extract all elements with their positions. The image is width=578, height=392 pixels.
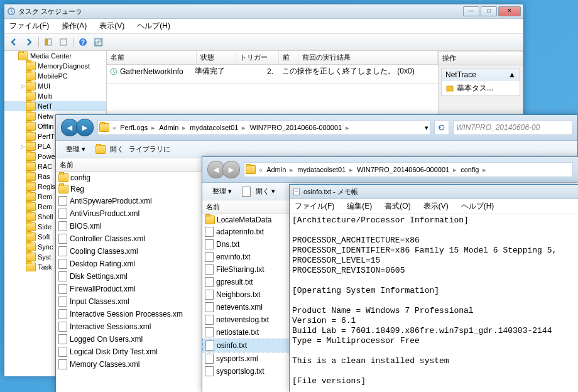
forward-button[interactable]	[22, 35, 36, 49]
menu-file[interactable]: ファイル(F)	[292, 200, 337, 212]
titlebar[interactable]: osinfo.txt - メモ帳	[290, 185, 578, 199]
tree-label: Rem	[38, 193, 52, 200]
refresh-button[interactable]: 🔃	[91, 35, 105, 49]
menu-help[interactable]: ヘルプ(H)	[134, 20, 173, 32]
file-name: adapterinfo.txt	[216, 227, 264, 236]
tree-item[interactable]: ▷MUI	[4, 81, 106, 91]
clock-icon	[109, 67, 118, 76]
window-title: osinfo.txt - メモ帳	[303, 187, 576, 197]
tree-label: Sync	[38, 243, 53, 251]
file-icon	[205, 327, 214, 337]
col-state[interactable]: 状態	[197, 51, 236, 64]
tree-item[interactable]: Media Center	[4, 51, 106, 61]
folder-icon	[26, 142, 36, 151]
crumb[interactable]: Admin	[156, 124, 181, 131]
file-name: AntiVirusProduct.xml	[70, 209, 139, 218]
tree-label: Shell	[38, 213, 53, 220]
menu-edit[interactable]: 編集(E)	[344, 200, 374, 212]
library-button[interactable]: ライブラリに	[129, 144, 170, 154]
task-list[interactable]: 名前 状態 トリガー 前 前回の実行結果 GatherNetworkInfo 準…	[107, 51, 438, 84]
folder-icon	[26, 62, 36, 70]
tree-label: Netw	[38, 112, 53, 120]
task-row[interactable]: GatherNetworkInfo 準備完了 2. この操作を正しく終了しました…	[107, 65, 438, 78]
menu-file[interactable]: ファイル(F)	[7, 20, 52, 32]
task-name: GatherNetworkInfo	[120, 67, 183, 76]
crumb[interactable]: WIN7PRO_20140606-000001	[247, 124, 344, 131]
close-button[interactable]: ✕	[498, 6, 521, 16]
folder-icon	[26, 242, 36, 251]
task-result: この操作を正しく終了しました。 (0x0)	[282, 66, 435, 77]
file-name: netevents.xml	[216, 303, 263, 312]
file-icon	[205, 277, 214, 287]
folder-icon	[58, 173, 68, 182]
file-name: Neighbors.txt	[216, 290, 261, 299]
tree-item[interactable]: NetT	[4, 101, 106, 111]
col-result[interactable]: 前回の実行結果	[298, 51, 438, 64]
crumb[interactable]: WIN7PRO_20140606-000001	[354, 166, 452, 173]
file-name: osinfo.txt	[217, 341, 247, 350]
menubar: ファイル(F) 操作(A) 表示(V) ヘルプ(H)	[4, 19, 523, 34]
actions-group[interactable]: NetTrace▲	[442, 68, 520, 81]
dropdown-icon[interactable]: ▾	[425, 124, 428, 132]
file-icon	[58, 297, 67, 307]
show-hide-button[interactable]	[41, 35, 55, 49]
crumb[interactable]: PerfLogs	[117, 124, 150, 131]
tree-label: Rem	[38, 203, 52, 210]
task-next: 2.	[267, 67, 282, 76]
svg-rect-7	[447, 86, 453, 91]
tree-item[interactable]: MemoryDiagnost	[4, 61, 106, 71]
maximize-button[interactable]: □	[481, 6, 497, 16]
file-icon	[205, 315, 214, 325]
file-icon	[58, 221, 67, 231]
tree-label: MUI	[38, 82, 50, 90]
menu-help[interactable]: ヘルプ(H)	[459, 200, 497, 212]
crumb[interactable]: Admin	[264, 166, 288, 173]
back-button[interactable]	[7, 35, 21, 49]
address-bar[interactable]: « Admin▸ mydatacolset01▸ WIN7PRO_2014060…	[244, 162, 573, 177]
crumb[interactable]: mydatacolset01	[295, 166, 348, 173]
tree-label: Offlin	[38, 122, 53, 130]
properties-button[interactable]	[57, 35, 70, 49]
open-button[interactable]: 開く ▾	[242, 187, 275, 197]
file-icon	[58, 271, 67, 281]
file-name: sysportslog.txt	[216, 367, 264, 376]
crumb[interactable]: config	[458, 166, 481, 173]
menu-view[interactable]: 表示(V)	[97, 20, 127, 32]
tree-label: MemoryDiagnost	[38, 62, 90, 70]
col-name[interactable]: 名前	[107, 51, 197, 64]
tree-label: PLA	[38, 143, 51, 150]
titlebar[interactable]: タスク スケジューラ — □ ✕	[4, 4, 523, 19]
crumb[interactable]: mydatacolset01	[187, 124, 241, 131]
refresh-button[interactable]	[434, 120, 449, 135]
menu-view[interactable]: 表示(V)	[421, 200, 451, 212]
address-bar[interactable]: « PerfLogs▸ Admin▸ mydatacolset01▸ WIN7P…	[97, 120, 430, 135]
tree-item[interactable]: Multi	[4, 91, 106, 101]
folder-icon	[26, 172, 36, 181]
menu-action[interactable]: 操作(A)	[59, 20, 89, 32]
file-name: sysports.xml	[216, 354, 258, 363]
file-icon	[58, 322, 67, 332]
text-content[interactable]: [Architecture/Processor Information] PRO…	[290, 214, 578, 392]
file-name: Dns.txt	[216, 240, 239, 249]
tree-item[interactable]: MobilePC	[4, 71, 106, 81]
expander-icon[interactable]: ▷	[19, 143, 26, 150]
open-button[interactable]: 開く	[95, 144, 124, 154]
minimize-button[interactable]: —	[463, 6, 479, 16]
expander-icon[interactable]: ▷	[19, 83, 26, 89]
col-next[interactable]: 前	[279, 51, 298, 64]
organize-button[interactable]: 整理 ▾	[61, 143, 90, 156]
help-button[interactable]: ?	[76, 35, 90, 49]
nav-forward-button[interactable]: ►	[222, 161, 240, 178]
col-trigger[interactable]: トリガー	[236, 51, 279, 64]
organize-button[interactable]: 整理 ▾	[207, 185, 237, 198]
tree-label: MobilePC	[38, 72, 68, 80]
task-icon	[445, 84, 454, 93]
nav-forward-button[interactable]: ►	[76, 119, 94, 136]
folder-icon	[99, 123, 109, 132]
folder-icon	[26, 122, 36, 131]
actions-item[interactable]: 基本タス...	[442, 81, 520, 95]
search-box[interactable]: WIN7PRO_20140606-00	[453, 120, 572, 135]
menu-format[interactable]: 書式(O)	[382, 200, 413, 212]
file-name: Cooling Classes.xml	[70, 247, 138, 256]
folder-icon	[26, 102, 36, 111]
